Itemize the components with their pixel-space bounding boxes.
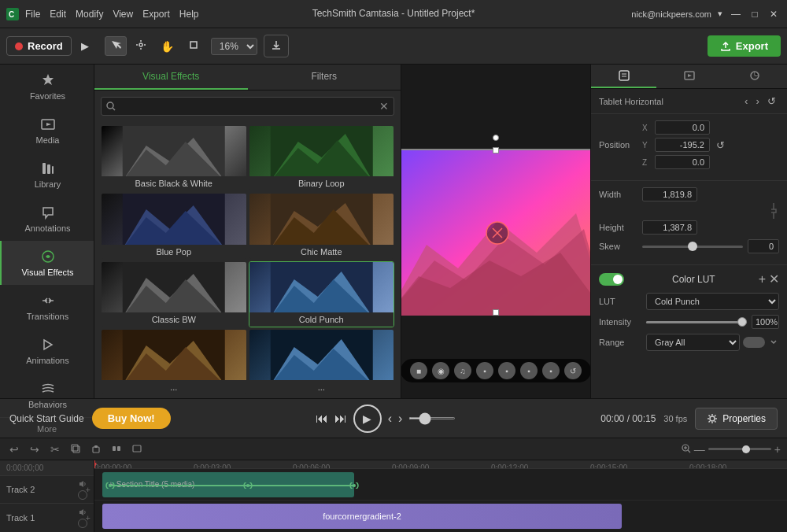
sidebar-item-behaviors[interactable]: Behaviors (0, 373, 94, 417)
rotate-handle[interactable] (493, 135, 499, 141)
canvas-tool-4[interactable]: ▪ (476, 362, 493, 379)
rp-tab-media[interactable] (656, 65, 722, 88)
sidebar-item-visual-effects[interactable]: Visual Effects (0, 241, 94, 285)
effect-item-blue-pop[interactable]: Blue Pop (101, 193, 247, 259)
playhead[interactable] (94, 460, 95, 468)
search-input[interactable] (119, 101, 379, 112)
record-dropdown-button[interactable]: ▶ (78, 39, 92, 54)
mountain-graphic-classic (102, 262, 246, 312)
move-tool-button[interactable] (130, 36, 152, 56)
position-y-input[interactable] (655, 138, 710, 152)
effect-item-more2[interactable]: ... (249, 329, 395, 395)
next-nav-button[interactable]: › (398, 412, 402, 426)
lut-select[interactable]: Cold Punch (646, 293, 779, 310)
tl-split-button[interactable] (109, 441, 124, 457)
sidebar-item-annotations[interactable]: Annotations (0, 197, 94, 241)
canvas-tool-1[interactable]: ■ (410, 362, 427, 379)
hand-tool-button[interactable]: ✋ (155, 36, 179, 56)
svg-rect-58 (93, 447, 99, 453)
canvas-tool-8[interactable]: ↺ (564, 362, 582, 379)
volume-slider[interactable] (408, 417, 456, 419)
prev-button[interactable]: ⏮ (316, 412, 328, 426)
preset-refresh-button[interactable]: ↺ (764, 94, 779, 109)
position-x-input[interactable] (655, 120, 710, 135)
effect-item-more1[interactable]: ... (101, 329, 247, 395)
canvas-tool-5[interactable]: ▪ (498, 362, 515, 379)
effect-item-basic-bw[interactable]: Basic Black & White (101, 125, 247, 191)
prev-nav-button[interactable]: ‹ (388, 412, 392, 426)
effect-label-binary-loop: Binary Loop (249, 176, 394, 190)
track-1-add-button[interactable]: + (86, 513, 91, 523)
menu-export[interactable]: Export (142, 9, 170, 20)
crop-tool-button[interactable] (183, 36, 205, 56)
effect-item-chic-matte[interactable]: Chic Matte (249, 193, 395, 259)
skew-slider[interactable] (642, 246, 743, 248)
position-y-refresh-button[interactable]: ↺ (716, 139, 725, 151)
effect-item-cold-punch[interactable]: Cold Punch (249, 261, 395, 327)
record-button[interactable]: Record (6, 36, 72, 56)
menu-file[interactable]: File (25, 9, 40, 20)
dropdown-chevron-icon[interactable]: ▾ (718, 9, 722, 19)
tl-cut-button[interactable]: ✂ (47, 441, 63, 457)
sidebar-item-transitions[interactable]: Transitions (0, 285, 94, 329)
rp-tab-properties[interactable] (591, 65, 656, 88)
tl-copy-button[interactable] (68, 441, 83, 457)
skew-input[interactable] (748, 239, 779, 253)
zoom-out-button[interactable]: — (694, 443, 705, 456)
lut-toggle[interactable] (599, 273, 624, 286)
track-1-clip[interactable]: fourcornergradient-2 (102, 504, 622, 529)
tl-undo-button[interactable]: ↩ (6, 441, 22, 457)
canvas-tool-3[interactable]: ♫ (454, 362, 471, 379)
select-tool-button[interactable] (105, 36, 127, 56)
zoom-select[interactable]: 16% (211, 38, 257, 55)
lut-add-button[interactable]: + (759, 272, 766, 286)
maximize-button[interactable]: □ (748, 7, 762, 21)
menu-edit[interactable]: Edit (50, 9, 66, 20)
canvas-tool-2[interactable]: ◉ (432, 362, 449, 379)
quick-start-link[interactable]: Quick Start Guide (9, 413, 84, 424)
search-clear-button[interactable]: ✕ (379, 100, 389, 113)
preset-prev-button[interactable]: ‹ (741, 94, 751, 109)
track-2-add-button[interactable]: + (86, 485, 91, 494)
menu-modify[interactable]: Modify (76, 9, 103, 20)
tab-filters[interactable]: Filters (248, 65, 401, 90)
export-button[interactable]: Export (708, 35, 781, 57)
buy-now-button[interactable]: Buy Now! (92, 408, 171, 429)
range-select[interactable]: Gray All (646, 334, 740, 351)
download-button[interactable] (264, 35, 289, 57)
tl-zoom-slider[interactable] (708, 448, 771, 450)
effect-item-binary-loop[interactable]: Binary Loop (249, 125, 395, 191)
position-z-input[interactable] (655, 155, 710, 169)
menu-help[interactable]: Help (179, 9, 199, 20)
sidebar-item-media[interactable]: Media (0, 109, 94, 153)
canvas-tool-6[interactable]: ▪ (520, 362, 538, 379)
properties-button[interactable]: Properties (695, 408, 778, 430)
tl-record-button[interactable] (129, 441, 145, 457)
lut-remove-button[interactable]: ✕ (769, 272, 779, 286)
effect-item-classic-bw[interactable]: Classic BW (101, 261, 247, 327)
sidebar-item-library[interactable]: Library (0, 153, 94, 197)
play-button[interactable]: ▶ (353, 405, 382, 433)
copy-icon (71, 444, 80, 453)
zoom-plus-button[interactable]: + (774, 443, 781, 456)
handle-bottom-center[interactable] (493, 309, 499, 316)
minimize-button[interactable]: — (729, 7, 743, 21)
close-button[interactable]: ✕ (767, 7, 781, 21)
menu-view[interactable]: View (113, 9, 133, 20)
height-input[interactable] (642, 220, 697, 235)
zoom-in-button[interactable] (682, 443, 691, 456)
sidebar-item-favorites[interactable]: Favorites (0, 65, 94, 109)
preset-next-button[interactable]: › (753, 94, 763, 109)
range-toggle[interactable] (743, 337, 765, 348)
tab-visual-effects[interactable]: Visual Effects (94, 65, 248, 90)
sidebar-item-animations[interactable]: Animations (0, 329, 94, 373)
tl-paste-button[interactable] (88, 441, 104, 457)
canvas-tool-7[interactable]: ▪ (542, 362, 560, 379)
intensity-slider[interactable] (646, 321, 747, 323)
skew-row: Skew (599, 239, 779, 253)
width-input[interactable] (642, 187, 697, 201)
tl-redo-button[interactable]: ↪ (27, 441, 42, 457)
step-back-button[interactable]: ⏭ (334, 412, 347, 426)
handle-top-center[interactable] (493, 147, 499, 153)
rp-tab-color[interactable] (722, 65, 787, 88)
